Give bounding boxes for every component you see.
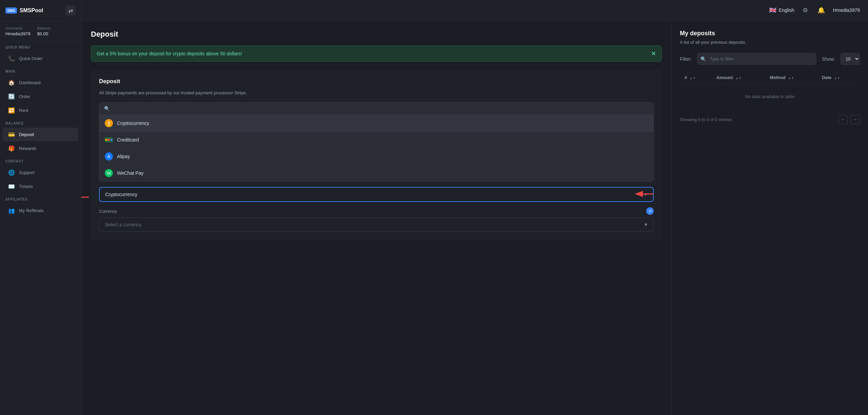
- username-label: Username: [5, 26, 31, 30]
- deposits-table: # ▲▼ Amount ▲▼ Method ▲▼ Date: [680, 72, 860, 109]
- balance-label: Balance: [37, 26, 51, 30]
- deposit-form-box: Deposit All Stripe payments are processe…: [91, 70, 662, 240]
- prev-page-button[interactable]: ←: [838, 115, 848, 124]
- user-info: Username Hmedia3979 Balance $0.00: [0, 21, 81, 41]
- bonus-banner-close-button[interactable]: ✕: [651, 51, 656, 57]
- sidebar-item-order[interactable]: 🔄 Order: [3, 90, 78, 103]
- currency-label-text: Currency: [99, 209, 117, 214]
- chevron-down-icon: ▼: [644, 192, 648, 197]
- my-deposits-subtitle: A list of all your previous deposits.: [680, 40, 860, 45]
- referrals-icon: 👥: [8, 207, 15, 214]
- sidebar-item-quick-order[interactable]: 📞 Quick Order: [3, 52, 78, 65]
- svg-rect-1: [105, 139, 107, 141]
- sidebar-item-tickets[interactable]: ✉️ Tickets: [3, 180, 78, 193]
- page-title: Deposit: [91, 30, 662, 39]
- sidebar-item-rewards-label: Rewards: [19, 146, 36, 151]
- show-label: Show:: [822, 56, 835, 62]
- deposit-panel: Deposit Get a 5% bonus on your deposit f…: [81, 20, 671, 415]
- dropdown-search-input[interactable]: [113, 106, 649, 111]
- sidebar-section-affiliates: AFFILIATES 👥 My Refferals: [0, 193, 81, 218]
- filter-input[interactable]: [697, 53, 816, 65]
- section-label-contact: CONTACT: [0, 155, 81, 165]
- dropdown-search-bar: 🔍: [99, 102, 654, 115]
- language-selector[interactable]: 🇬🇧 English: [769, 7, 794, 13]
- language-label: English: [779, 7, 794, 13]
- sort-icon-method[interactable]: ▲▼: [788, 76, 794, 80]
- bonus-banner: Get a 5% bonus on your deposit for crypt…: [91, 45, 662, 62]
- balance-value: $0.00: [37, 31, 48, 36]
- filter-input-wrapper: 🔍: [697, 53, 816, 65]
- sidebar-item-quick-order-label: Quick Order: [19, 56, 43, 61]
- currency-wrapper: Currency ↺ Select a currency ▼: [99, 207, 654, 232]
- deposit-form-title: Deposit: [99, 78, 654, 85]
- sort-icon-amount[interactable]: ▲▼: [735, 76, 742, 80]
- section-label-main: MAIN: [0, 65, 81, 75]
- alipay-icon: A: [105, 152, 113, 161]
- option-creditcard-label: Creditcard: [117, 137, 139, 143]
- my-deposits-title: My deposits: [680, 30, 860, 37]
- sidebar-item-support[interactable]: 🌐 Support: [3, 166, 78, 179]
- col-amount-label: Amount: [716, 75, 733, 80]
- col-method: Method ▲▼: [765, 72, 817, 84]
- option-cryptocurrency-label: Cryptocurrency: [117, 120, 149, 126]
- settings-button[interactable]: ⚙: [801, 5, 809, 15]
- next-page-button[interactable]: →: [850, 115, 860, 124]
- rewards-icon: 🎁: [8, 145, 15, 152]
- wechat-icon: W: [105, 169, 113, 177]
- pagination: ← →: [838, 115, 860, 124]
- no-data-row: No data available in table: [680, 84, 860, 110]
- sidebar-item-deposit[interactable]: 💳 Deposit: [3, 128, 78, 141]
- support-icon: 🌐: [8, 169, 15, 176]
- topbar: 🇬🇧 English ⚙ 🔔 Hmedia3979: [81, 0, 868, 20]
- stripe-note: All Stripe payments are processed by our…: [99, 90, 654, 95]
- sidebar-section-quick-menu: QUICK MENU 📞 Quick Order: [0, 41, 81, 65]
- filter-label: Filter:: [680, 56, 692, 62]
- option-creditcard[interactable]: Creditcard: [99, 132, 653, 148]
- currency-select-field[interactable]: Select a currency ▼: [99, 218, 654, 232]
- sidebar-item-referrals-label: My Refferals: [19, 208, 44, 213]
- tickets-icon: ✉️: [8, 183, 15, 190]
- sidebar-item-rent[interactable]: 🔁 Rent: [3, 103, 78, 117]
- no-data-cell: No data available in table: [680, 84, 860, 110]
- show-select[interactable]: 10 25 50: [841, 53, 860, 65]
- svg-rect-2: [108, 139, 110, 141]
- sidebar: SMS SMSPool ⇄ Username Hmedia3979 Balanc…: [0, 0, 81, 415]
- col-date-label: Date: [822, 75, 831, 80]
- sidebar-item-dashboard[interactable]: 🏠 Dashboard: [3, 76, 78, 89]
- search-icon: 🔍: [104, 106, 110, 111]
- sort-icon-date[interactable]: ▲▼: [834, 76, 840, 80]
- option-alipay[interactable]: A Alipay: [99, 148, 653, 165]
- option-alipay-label: Alipay: [117, 154, 130, 159]
- currency-refresh-button[interactable]: ↺: [646, 207, 654, 215]
- sidebar-item-deposit-label: Deposit: [19, 132, 34, 137]
- option-wechat[interactable]: W WeChat Pay: [99, 165, 653, 181]
- table-body: No data available in table: [680, 84, 860, 110]
- sidebar-item-tickets-label: Tickets: [19, 184, 33, 189]
- sidebar-item-referrals[interactable]: 👥 My Refferals: [3, 204, 78, 217]
- sidebar-section-main: MAIN 🏠 Dashboard 🔄 Order 🔁 Rent: [0, 65, 81, 117]
- sidebar-item-support-label: Support: [19, 170, 35, 175]
- home-icon: 🏠: [8, 79, 15, 86]
- sidebar-item-rewards[interactable]: 🎁 Rewards: [3, 142, 78, 155]
- sidebar-toggle-button[interactable]: ⇄: [65, 5, 76, 16]
- section-label-quick-menu: QUICK MENU: [0, 41, 81, 51]
- rent-icon: 🔁: [8, 107, 15, 114]
- sidebar-section-contact: CONTACT 🌐 Support ✉️ Tickets: [0, 155, 81, 193]
- order-icon: 🔄: [8, 93, 15, 100]
- selected-method-wrapper: Cryptocurrency ▼: [99, 187, 654, 202]
- section-label-balance: BALANCE: [0, 117, 81, 127]
- sort-icon-num[interactable]: ▲▼: [690, 76, 696, 80]
- notifications-button[interactable]: 🔔: [816, 5, 826, 15]
- payment-method-dropdown[interactable]: 🔍 ₿ Cryptocurrency: [99, 102, 654, 182]
- selected-method-value: Cryptocurrency: [105, 192, 137, 197]
- deposits-panel: My deposits A list of all your previous …: [671, 20, 868, 415]
- sidebar-item-rent-label: Rent: [19, 108, 28, 113]
- balance-item: Balance $0.00: [37, 26, 51, 36]
- entries-info: Showing 0 to 0 of 0 entries: [680, 117, 732, 122]
- option-cryptocurrency[interactable]: ₿ Cryptocurrency: [99, 115, 653, 132]
- selected-method-field[interactable]: Cryptocurrency ▼: [99, 187, 654, 202]
- dropdown-menu: ₿ Cryptocurrency: [99, 115, 654, 182]
- col-num-label: #: [685, 75, 687, 80]
- sidebar-header: SMS SMSPool ⇄: [0, 0, 81, 21]
- phone-icon: 📞: [8, 55, 15, 62]
